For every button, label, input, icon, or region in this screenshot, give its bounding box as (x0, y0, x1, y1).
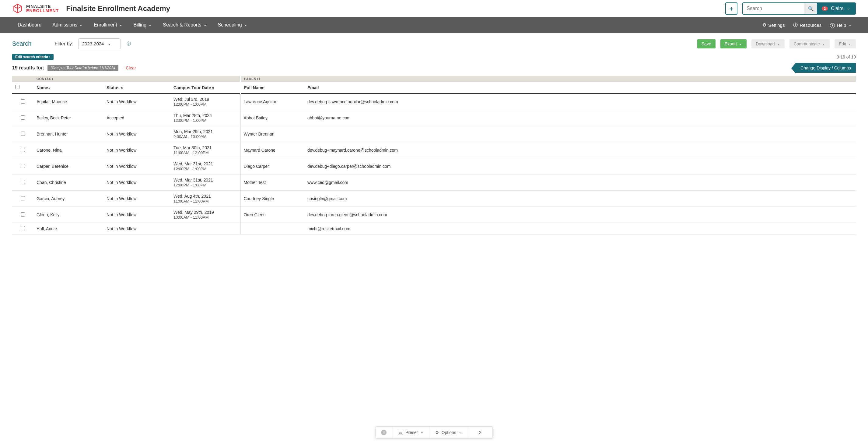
nav-dashboard[interactable]: Dashboard (12, 17, 47, 33)
nav-settings[interactable]: Settings (758, 17, 789, 33)
col-name[interactable]: Name (33, 82, 103, 93)
nav-label: Scheduling (218, 22, 242, 28)
cell-name: Chan, Christine (33, 175, 103, 190)
row-checkbox[interactable] (21, 148, 25, 152)
row-checkbox[interactable] (21, 164, 25, 168)
cell-fullname: Abbot Bailey (241, 110, 304, 126)
row-checkbox[interactable] (21, 226, 25, 230)
cell-tour: Mon, Mar 29th, 20219:00AM - 10:00AM (170, 126, 241, 142)
nav-billing[interactable]: Billing (128, 17, 158, 33)
clear-link[interactable]: Clear (126, 65, 136, 70)
user-menu[interactable]: 2 Claire (817, 2, 855, 14)
cell-email: www.ced@gmail.com (304, 175, 856, 190)
cell-status: Not In Workflow (103, 158, 170, 175)
cell-name: Glenn, Kelly (33, 207, 103, 223)
nav-label: Settings (768, 23, 785, 28)
table-row[interactable]: Chan, Christine Not In Workflow Wed, Mar… (12, 175, 856, 190)
nav-search-reports[interactable]: Search & Reports (157, 17, 212, 33)
button-label: Edit (839, 41, 846, 46)
cell-name: Carone, Nina (33, 142, 103, 158)
column-header-row: Name Status Campus Tour Date Full Name E… (12, 82, 856, 93)
edit-search-criteria[interactable]: Edit search criteria › (12, 54, 54, 60)
button-label: Export (725, 41, 737, 46)
logo-text: FINALSITE ENROLLMENT (26, 4, 59, 13)
nav-enrollment[interactable]: Enrollment (88, 17, 128, 33)
table-row[interactable]: Brennan, Hunter Not In Workflow Mon, Mar… (12, 126, 856, 142)
cell-name: Carper, Berenice (33, 158, 103, 175)
button-label: Communicate (794, 41, 820, 46)
chevron-down-icon (739, 41, 742, 46)
col-status[interactable]: Status (103, 82, 170, 93)
cell-status: Not In Workflow (103, 207, 170, 223)
chevron-down-icon (148, 22, 152, 28)
cell-name: Aquilar, Maurice (33, 93, 103, 110)
add-button[interactable]: ＋ (725, 2, 738, 14)
row-checkbox[interactable] (21, 212, 25, 216)
col-fullname[interactable]: Full Name (241, 82, 304, 93)
cell-email: cbsingle@gmail.com (304, 190, 856, 207)
search-input[interactable] (743, 3, 804, 14)
change-display-label: Change Display / Columns (800, 65, 851, 70)
cell-name: Bailey, Beck Peter (33, 110, 103, 126)
table-row[interactable]: Carone, Nina Not In Workflow Tue, Mar 30… (12, 142, 856, 158)
button-label: Save (702, 41, 711, 46)
global-search: 2 Claire (742, 2, 856, 14)
communicate-button[interactable]: Communicate (789, 39, 830, 49)
export-button[interactable]: Export (720, 39, 747, 49)
info-icon[interactable] (127, 41, 131, 47)
filter-year-select[interactable]: 2023-2024 (78, 38, 121, 49)
chevron-down-icon (79, 22, 83, 28)
table-row[interactable]: Carper, Berenice Not In Workflow Wed, Ma… (12, 158, 856, 175)
col-tour[interactable]: Campus Tour Date (170, 82, 241, 93)
cell-fullname: Diego Carper (241, 158, 304, 175)
cell-name: Hall, Annie (33, 223, 103, 235)
search-button[interactable] (804, 3, 817, 14)
row-checkbox[interactable] (21, 180, 25, 184)
cell-tour (170, 223, 241, 235)
cell-status: Not In Workflow (103, 223, 170, 235)
nav-admissions[interactable]: Admissions (47, 17, 88, 33)
cell-status: Not In Workflow (103, 93, 170, 110)
table-row[interactable]: Bailey, Beck Peter Accepted Thu, Mar 28t… (12, 110, 856, 126)
logo-icon (12, 3, 23, 14)
filter-label: Filter by: (55, 41, 73, 47)
download-button[interactable]: Download (751, 39, 784, 49)
save-button[interactable]: Save (697, 39, 715, 49)
row-checkbox[interactable] (21, 131, 25, 136)
cell-tour: Thu, Mar 28th, 202412:00PM - 1:00PM (170, 110, 241, 126)
cell-fullname: Maynard Carone (241, 142, 304, 158)
table-row[interactable]: Garcia, Aubrey Not In Workflow Wed, Aug … (12, 190, 856, 207)
table-row[interactable]: Glenn, Kelly Not In Workflow Wed, May 29… (12, 207, 856, 223)
group-header-row: CONTACT PARENT1 (12, 76, 856, 82)
results-range: 0-19 of 19 (837, 55, 856, 59)
col-label: Name (36, 85, 48, 90)
nav-label: Enrollment (94, 22, 117, 28)
cell-fullname: Wynter Brennan (241, 126, 304, 142)
table-row[interactable]: Aquilar, Maurice Not In Workflow Wed, Ju… (12, 93, 856, 110)
cell-tour: Wed, Jul 3rd, 201912:00PM - 1:00PM (170, 93, 241, 110)
criteria-chip[interactable]: "Campus Tour Date" = before 11/1/2024 (48, 65, 118, 71)
change-display-button[interactable]: Change Display / Columns (796, 63, 856, 73)
results-count: 19 results for: (12, 65, 44, 71)
filter-value: 2023-2024 (82, 41, 104, 46)
col-email[interactable]: Email (304, 82, 856, 93)
row-checkbox[interactable] (21, 196, 25, 200)
logo[interactable]: FINALSITE ENROLLMENT (12, 3, 59, 14)
col-label: Status (106, 85, 120, 90)
select-all-checkbox[interactable] (15, 85, 20, 89)
edit-button[interactable]: Edit (835, 39, 856, 49)
page-title: Finalsite Enrollment Academy (66, 4, 170, 13)
cell-email: dev.debug+lawrence.aquilar@schooladmin.c… (304, 93, 856, 110)
cell-email: dev.debug+diego.carper@schooladmin.com (304, 158, 856, 175)
cell-status: Not In Workflow (103, 126, 170, 142)
nav-scheduling[interactable]: Scheduling (212, 17, 253, 33)
table-row[interactable]: Hall, Annie Not In Workflow michi@rocket… (12, 223, 856, 235)
nav-resources[interactable]: Resources (789, 17, 826, 33)
cell-tour: Wed, Mar 31st, 202112:00PM - 1:00PM (170, 175, 241, 190)
chevron-down-icon (847, 6, 850, 11)
cell-status: Not In Workflow (103, 190, 170, 207)
row-checkbox[interactable] (21, 99, 25, 104)
nav-help[interactable]: Help (826, 17, 856, 33)
row-checkbox[interactable] (21, 115, 25, 120)
cell-email: dev.debug+maynard.carone@schooladmin.com (304, 142, 856, 158)
